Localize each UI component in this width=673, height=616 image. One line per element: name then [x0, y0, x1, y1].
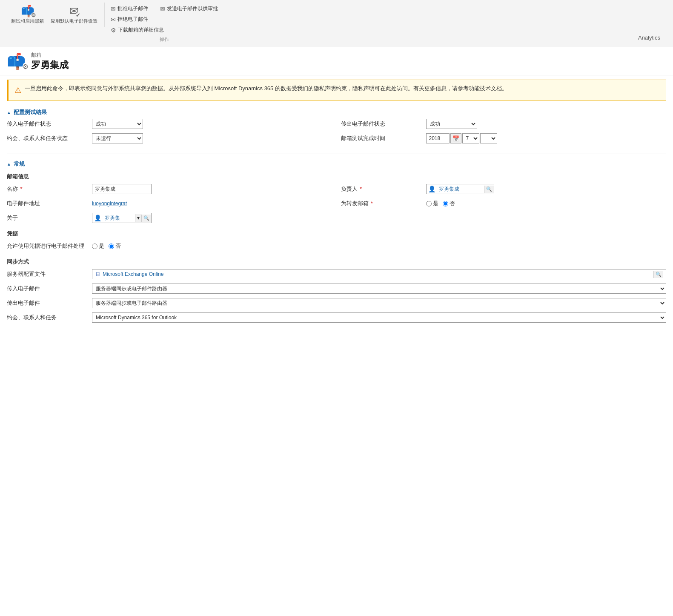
config-test-section-header[interactable]: ▲ 配置测试结果 — [0, 105, 673, 118]
credentials-no-option[interactable]: 否 — [109, 242, 121, 250]
apply-default-label: 应用默认电子邮件设置 — [51, 18, 97, 24]
test-completion-day-select[interactable] — [480, 133, 497, 143]
outgoing-status-select[interactable]: 成功 失败 未运行 — [426, 119, 477, 129]
toolbar: 📫⚙ 测试和启用邮箱 ✉✔ 应用默认电子邮件设置 ✉ 批准电子邮件 ✉ 发送电子… — [0, 0, 673, 47]
approve-email-button[interactable]: ✉ 批准电子邮件 — [109, 4, 150, 13]
approve-email-label: 批准电子邮件 — [117, 5, 148, 12]
credentials-no-label: 否 — [115, 242, 121, 250]
forward-mailbox-control: 是 否 — [426, 200, 667, 207]
server-config-row: 服务器配置文件 🖥 Microsoft Exchange Online 🔍 — [7, 268, 666, 280]
mailbox-info-title: 邮箱信息 — [7, 169, 666, 183]
test-completion-year-input[interactable] — [426, 133, 450, 143]
owner-lookup-expand-btn[interactable]: 🔍 — [484, 186, 494, 193]
regarding-lookup: 👤 罗勇集 ▾ 🔍 — [92, 213, 152, 223]
general-section-header[interactable]: ▲ 常规 — [0, 157, 673, 169]
incoming-status-control: 成功 失败 未运行 — [92, 119, 332, 129]
test-completion-label: 邮箱测试完成时间 — [341, 135, 426, 142]
config-test-collapse-arrow: ▲ — [7, 110, 11, 115]
forward-yes-label: 是 — [433, 200, 438, 207]
test-completion-month-select[interactable]: 7 — [462, 133, 479, 143]
name-row: 名称 * — [7, 183, 332, 195]
mailbox-info-left-col: 名称 * 电子邮件地址 luoyongintegrat 关于 — [7, 183, 332, 226]
allow-credentials-label: 允许使用凭据进行电子邮件处理 — [7, 242, 92, 250]
sync-method-title: 同步方式 — [7, 255, 666, 268]
appointment-sync-select[interactable]: Microsoft Dynamics 365 for Outlook 服务器端同… — [92, 312, 666, 323]
download-icon: ⚙ — [111, 27, 116, 34]
test-completion-row: 邮箱测试完成时间 📅 7 — [341, 132, 667, 144]
mailbox-info-two-col: 名称 * 电子邮件地址 luoyongintegrat 关于 — [7, 183, 666, 226]
outgoing-status-row: 传出电子邮件状态 成功 失败 未运行 — [341, 118, 667, 130]
outgoing-status-label: 传出电子邮件状态 — [341, 120, 426, 128]
analytics-tab-label[interactable]: Analytics — [630, 31, 669, 44]
forward-mailbox-row: 为转发邮箱 * 是 否 — [341, 198, 667, 209]
send-for-approval-button[interactable]: ✉ 发送电子邮件以供审批 — [158, 4, 220, 13]
toolbar-actions-group: ✉ 批准电子邮件 ✉ 发送电子邮件以供审批 ✉ 拒绝电子邮件 ⚙ 下载邮箱的详细… — [105, 3, 224, 44]
forward-mailbox-label: 为转发邮箱 * — [341, 200, 426, 207]
server-config-control: 🖥 Microsoft Exchange Online 🔍 — [92, 269, 666, 279]
owner-required: * — [358, 186, 362, 192]
email-link[interactable]: luoyongintegrat — [92, 201, 127, 206]
mailbox-gear-icon: 📫⚙ — [21, 5, 34, 17]
test-mailbox-button[interactable]: 📫⚙ 测试和启用邮箱 — [9, 4, 46, 25]
credentials-no-radio[interactable] — [109, 244, 114, 249]
general-section-title: 常规 — [14, 160, 25, 168]
forward-yes-option[interactable]: 是 — [426, 200, 438, 207]
outgoing-email-row: 传出电子邮件 服务器端同步或电子邮件路由器 无 Microsoft Dynami… — [7, 297, 666, 309]
warning-banner: ⚠ 一旦启用此命令，即表示您同意与外部系统共享您的数据。从外部系统导入到 Mic… — [7, 80, 666, 101]
appointment-status-select[interactable]: 未运行 成功 失败 — [92, 133, 143, 143]
regarding-lookup-arrow[interactable]: ▾ — [135, 214, 141, 222]
send-approval-icon: ✉ — [160, 6, 165, 12]
apply-default-button[interactable]: ✉✔ 应用默认电子邮件设置 — [48, 4, 100, 25]
toolbar-row1: ✉ 批准电子邮件 ✉ 发送电子邮件以供审批 — [109, 4, 220, 13]
send-for-approval-label: 发送电子邮件以供审批 — [167, 5, 218, 12]
incoming-email-sync-label: 传入电子邮件 — [7, 285, 92, 292]
server-config-lookup: 🖥 Microsoft Exchange Online 🔍 — [92, 269, 666, 279]
forward-yes-radio[interactable] — [426, 201, 432, 206]
calendar-button[interactable]: 📅 — [450, 133, 461, 143]
credentials-yes-option[interactable]: 是 — [92, 242, 104, 250]
config-test-section-title: 配置测试结果 — [14, 109, 47, 116]
owner-lookup-value: 罗勇集成 — [437, 185, 484, 194]
general-collapse-arrow: ▲ — [7, 162, 11, 166]
name-input[interactable] — [92, 184, 152, 194]
download-mailbox-label: 下载邮箱的详细信息 — [118, 26, 164, 34]
owner-row: 负责人 * 👤 罗勇集成 🔍 — [341, 183, 667, 195]
general-form: 邮箱信息 名称 * 电子邮件地址 luoyongintegrat — [0, 169, 673, 330]
credentials-yes-radio[interactable] — [92, 244, 97, 249]
config-test-right-col: 传出电子邮件状态 成功 失败 未运行 邮箱测试完成时间 — [332, 118, 667, 147]
outgoing-email-sync-select[interactable]: 服务器端同步或电子邮件路由器 无 Microsoft Dynamics 365 … — [92, 298, 666, 308]
regarding-lookup-value: 罗勇集 — [103, 214, 135, 223]
section-divider-1 — [7, 154, 666, 154]
toolbar-row3: ⚙ 下载邮箱的详细信息 — [109, 26, 220, 34]
forward-no-option[interactable]: 否 — [443, 200, 455, 207]
regarding-lookup-icon: 👤 — [92, 214, 103, 222]
server-config-expand-btn[interactable]: 🔍 — [653, 271, 663, 278]
apply-default-icon: ✉✔ — [69, 5, 79, 17]
regarding-label: 关于 — [7, 214, 92, 222]
owner-lookup: 👤 罗勇集成 🔍 — [426, 184, 494, 194]
reject-email-button[interactable]: ✉ 拒绝电子邮件 — [109, 15, 150, 24]
forward-no-radio[interactable] — [443, 201, 448, 206]
warning-link2[interactable]: 更多信息 — [424, 85, 447, 92]
incoming-email-sync-select[interactable]: 服务器端同步或电子邮件路由器 无 Microsoft Dynamics 365 … — [92, 284, 666, 294]
approve-email-icon: ✉ — [111, 6, 116, 12]
appointment-status-label: 约会、联系人和任务状态 — [7, 135, 92, 142]
email-row: 电子邮件地址 luoyongintegrat — [7, 198, 332, 209]
warning-link1[interactable]: 此处 — [386, 85, 397, 92]
regarding-lookup-expand-btn[interactable]: 🔍 — [141, 215, 151, 222]
incoming-email-sync-control: 服务器端同步或电子邮件路由器 无 Microsoft Dynamics 365 … — [92, 284, 666, 294]
outgoing-email-sync-control: 服务器端同步或电子邮件路由器 无 Microsoft Dynamics 365 … — [92, 298, 666, 308]
download-mailbox-button[interactable]: ⚙ 下载邮箱的详细信息 — [109, 26, 166, 34]
name-required: * — [19, 186, 23, 192]
incoming-status-row: 传入电子邮件状态 成功 失败 未运行 — [7, 118, 332, 130]
allow-credentials-row: 允许使用凭据进行电子邮件处理 是 否 — [7, 240, 666, 252]
page-content: 📫⚙ 邮箱 罗勇集成 ⚠ 一旦启用此命令，即表示您同意与外部系统共享您的数据。从… — [0, 47, 673, 330]
toolbar-row2: ✉ 拒绝电子邮件 — [109, 15, 220, 24]
server-config-icon: 🖥 — [95, 271, 101, 278]
warning-text-part2: 访问。有关 — [397, 85, 424, 92]
page-title: 罗勇集成 — [31, 59, 69, 72]
incoming-email-row: 传入电子邮件 服务器端同步或电子邮件路由器 无 Microsoft Dynami… — [7, 283, 666, 295]
incoming-status-select[interactable]: 成功 失败 未运行 — [92, 119, 143, 129]
reject-email-icon: ✉ — [111, 16, 116, 23]
name-label: 名称 * — [7, 185, 92, 193]
